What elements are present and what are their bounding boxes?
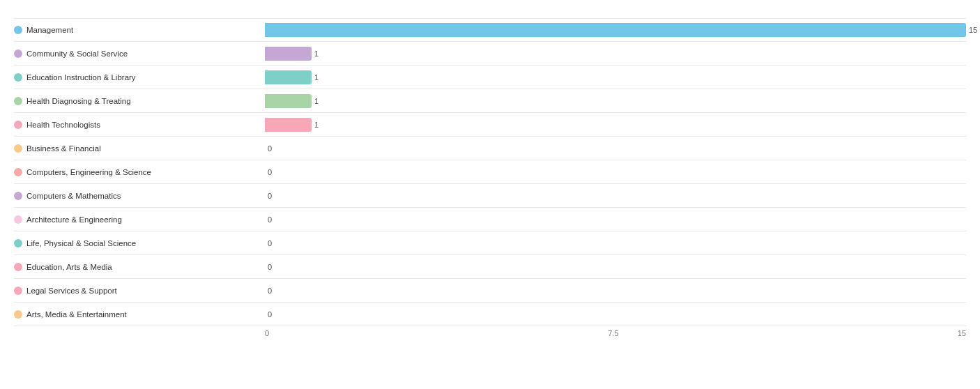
bar-track: 1 (265, 70, 966, 84)
graph-area: 0 (265, 236, 966, 250)
bar-label: Health Diagnosing & Treating (26, 97, 131, 105)
label-area: Health Diagnosing & Treating (14, 97, 265, 105)
bar-track: 0 (265, 142, 966, 155)
bar-label: Life, Physical & Social Science (26, 239, 136, 247)
bar-row: Education Instruction & Library1 (14, 66, 966, 89)
bar-label: Education, Arts & Media (26, 263, 112, 271)
x-axis-label: 0 (265, 329, 269, 337)
bar-label: Health Technologists (26, 121, 100, 129)
bar-value: 1 (314, 121, 319, 129)
bar-track: 1 (265, 118, 966, 132)
label-area: Education, Arts & Media (14, 263, 265, 271)
bar-row: Computers, Engineering & Science0 (14, 160, 966, 184)
graph-area: 1 (265, 94, 966, 108)
color-dot (14, 287, 22, 295)
label-area: Legal Services & Support (14, 287, 265, 295)
color-dot (14, 310, 22, 319)
bar-value: 0 (268, 310, 272, 319)
bar-row: Computers & Mathematics0 (14, 184, 966, 208)
bar-label: Education Instruction & Library (26, 73, 136, 82)
graph-area: 0 (265, 165, 966, 179)
graph-area: 1 (265, 118, 966, 132)
bar-track: 0 (265, 260, 966, 274)
label-area: Life, Physical & Social Science (14, 239, 265, 247)
bar-track: 1 (265, 47, 966, 61)
bar-row: Business & Financial0 (14, 137, 966, 160)
color-dot (14, 97, 22, 105)
label-area: Community & Social Service (14, 49, 265, 58)
color-dot (14, 215, 22, 224)
graph-area: 1 (265, 70, 966, 84)
bar-label: Community & Social Service (26, 49, 128, 58)
bar-row: Community & Social Service1 (14, 42, 966, 66)
label-area: Computers, Engineering & Science (14, 168, 265, 176)
x-axis-label: 7.5 (608, 329, 618, 337)
graph-area: 0 (265, 189, 966, 203)
bar-label: Management (26, 26, 73, 34)
color-dot (14, 73, 22, 82)
bar-value: 0 (268, 144, 272, 153)
bar-label: Computers, Engineering & Science (26, 168, 151, 176)
bar-label: Architecture & Engineering (26, 215, 122, 224)
bar-value: 0 (268, 263, 272, 271)
graph-area: 0 (265, 284, 966, 298)
label-area: Education Instruction & Library (14, 73, 265, 82)
bar-fill (265, 70, 312, 84)
bar-row: Architecture & Engineering0 (14, 208, 966, 231)
bar-track: 0 (265, 284, 966, 298)
bar-row: Management15 (14, 18, 966, 42)
bar-value: 0 (268, 287, 272, 295)
color-dot (14, 263, 22, 271)
graph-area: 0 (265, 260, 966, 274)
bar-fill (265, 23, 966, 37)
bar-track: 0 (265, 165, 966, 179)
color-dot (14, 26, 22, 34)
bar-row: Health Technologists1 (14, 113, 966, 137)
graph-area: 0 (265, 307, 966, 321)
bar-track: 0 (265, 307, 966, 321)
x-axis: 07.515 (265, 329, 966, 337)
color-dot (14, 49, 22, 58)
label-area: Health Technologists (14, 121, 265, 129)
bar-track: 0 (265, 189, 966, 203)
bar-value: 1 (314, 97, 319, 105)
label-area: Architecture & Engineering (14, 215, 265, 224)
color-dot (14, 168, 22, 176)
x-axis-label: 15 (958, 329, 966, 337)
label-area: Management (14, 26, 265, 34)
bar-row: Health Diagnosing & Treating1 (14, 89, 966, 113)
graph-area: 1 (265, 47, 966, 61)
color-dot (14, 121, 22, 129)
bar-row: Arts, Media & Entertainment0 (14, 303, 966, 326)
bar-label: Business & Financial (26, 144, 101, 153)
bar-row: Life, Physical & Social Science0 (14, 231, 966, 255)
bar-value: 1 (314, 49, 319, 58)
label-area: Computers & Mathematics (14, 192, 265, 200)
bar-track: 0 (265, 213, 966, 227)
graph-area: 0 (265, 142, 966, 155)
bar-label: Legal Services & Support (26, 287, 117, 295)
color-dot (14, 239, 22, 247)
color-dot (14, 144, 22, 153)
bar-label: Computers & Mathematics (26, 192, 121, 200)
bar-fill (265, 94, 312, 108)
bar-track: 1 (265, 94, 966, 108)
chart-container: Management15Community & Social Service1E… (0, 0, 980, 389)
label-area: Arts, Media & Entertainment (14, 310, 265, 319)
bar-track: 0 (265, 236, 966, 250)
bar-fill (265, 47, 312, 61)
bar-row: Education, Arts & Media0 (14, 255, 966, 279)
bar-value: 0 (268, 239, 272, 247)
label-area: Business & Financial (14, 144, 265, 153)
bar-value: 0 (268, 168, 272, 176)
bar-row: Legal Services & Support0 (14, 279, 966, 303)
bar-label: Arts, Media & Entertainment (26, 310, 127, 319)
color-dot (14, 192, 22, 200)
chart-area: Management15Community & Social Service1E… (14, 18, 966, 326)
bar-value: 15 (969, 26, 977, 34)
bar-value: 1 (314, 73, 319, 82)
bar-track: 15 (265, 23, 966, 37)
graph-area: 15 (265, 23, 966, 37)
bar-value: 0 (268, 215, 272, 224)
bar-fill (265, 118, 312, 132)
